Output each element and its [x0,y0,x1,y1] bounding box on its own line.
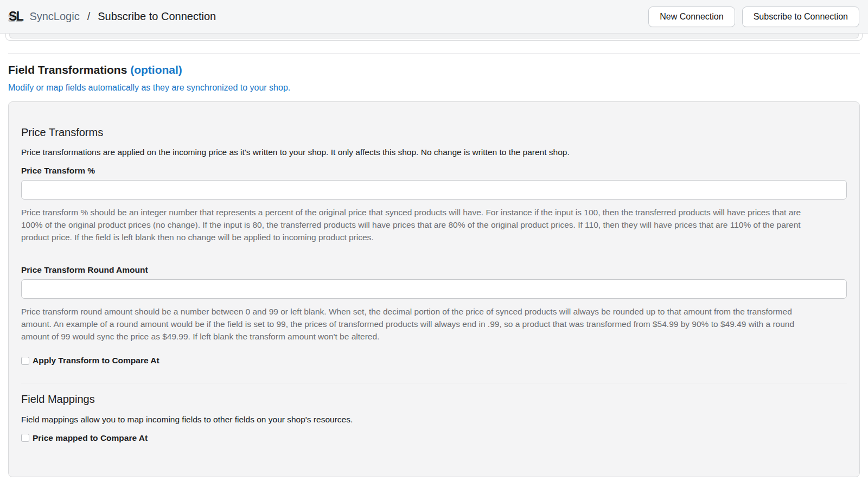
header-actions: New Connection Subscribe to Connection [641,7,859,27]
app-header: SL SyncLogic / Subscribe to Connection N… [0,0,868,34]
top-divider [8,53,860,54]
subscribe-to-connection-button[interactable]: Subscribe to Connection [742,7,859,27]
price-mapped-compare-at-checkbox[interactable] [21,434,29,442]
price-transform-round-label: Price Transform Round Amount [21,265,847,275]
price-transform-percent-help: Price transform % should be an integer n… [21,206,819,243]
apply-transform-compare-at-label[interactable]: Apply Transform to Compare At [33,356,159,365]
section-title: Field Transformations (optional) [8,63,860,76]
scrolled-input-bottom [9,34,859,38]
field-mappings-description: Field mappings allow you to map incoming… [21,415,847,425]
section-subtitle: Modify or map fields automatically as th… [8,83,860,93]
field-mappings-title: Field Mappings [21,393,847,406]
price-mapped-compare-at-label[interactable]: Price mapped to Compare At [33,433,148,443]
apply-transform-compare-at-row[interactable]: Apply Transform to Compare At [21,356,847,365]
price-mapped-compare-at-row[interactable]: Price mapped to Compare At [21,433,847,443]
new-connection-button[interactable]: New Connection [648,7,735,27]
section-title-optional: (optional) [130,63,182,76]
section-title-text: Field Transformations [8,63,127,76]
price-transform-percent-input[interactable] [21,180,847,200]
price-transform-percent-label: Price Transform % [21,166,847,176]
price-transforms-description: Price transformations are applied on the… [21,147,847,157]
card-section-divider [21,383,847,383]
breadcrumb-app-name[interactable]: SyncLogic [29,10,79,23]
price-transforms-title: Price Transforms [21,126,847,139]
transformations-card: Price Transforms Price transformations a… [8,101,860,477]
breadcrumb-separator: / [87,10,91,23]
scrolled-card-bottom [5,34,863,41]
breadcrumb-page-title: Subscribe to Connection [98,10,216,23]
price-transform-round-help: Price transform round amount should be a… [21,305,819,343]
price-transform-round-input[interactable] [21,279,847,299]
synclogic-logo[interactable]: SL [9,9,23,24]
apply-transform-compare-at-checkbox[interactable] [21,357,29,365]
